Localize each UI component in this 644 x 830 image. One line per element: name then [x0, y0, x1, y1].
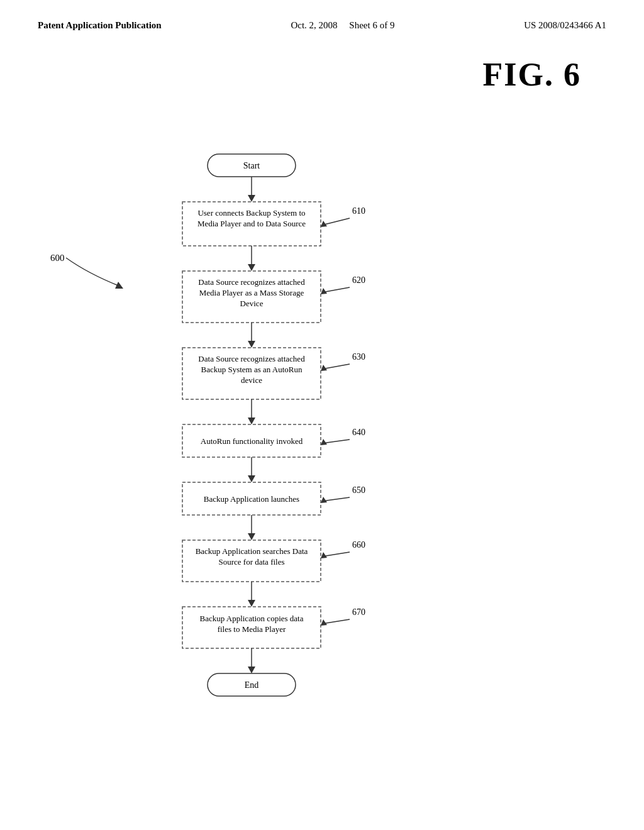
ref-640-label: 640 — [352, 428, 365, 437]
box-670-text-2: files to Media Player — [218, 624, 286, 634]
box-670-text-1: Backup Application copies data — [200, 614, 304, 623]
ref-670-arrowhead — [321, 619, 327, 626]
ref-620-arrowhead — [321, 288, 327, 294]
box-650-text: Backup Application launches — [204, 494, 299, 504]
box-660-text-1: Backup Application searches Data — [196, 546, 308, 556]
end-label: End — [245, 680, 259, 690]
ref-610-arrow — [322, 218, 350, 225]
box-620-text-3: Device — [240, 299, 264, 308]
box-610-text-2: Media Player and to Data Source — [197, 219, 306, 228]
ref-620-label: 620 — [352, 275, 365, 285]
ref-660-label: 660 — [352, 540, 365, 550]
arrowhead-start-610 — [248, 195, 255, 202]
ref-630-label: 630 — [352, 352, 365, 362]
arrowhead-650-660 — [248, 533, 255, 540]
arrowhead-660-670 — [248, 600, 255, 607]
arrowhead-670-end — [248, 667, 255, 673]
box-640-text: AutoRun functionality invoked — [201, 436, 303, 446]
date: Oct. 2, 2008 — [291, 20, 337, 30]
box-630-text-3: device — [241, 375, 262, 385]
ref-630-arrow — [322, 364, 350, 369]
ref-620-arrow — [322, 287, 350, 292]
page-header: Patent Application Publication Oct. 2, 2… — [0, 0, 644, 31]
ref-640-arrowhead — [321, 439, 327, 445]
ref-660-arrow — [322, 552, 350, 556]
box-630-text-2: Backup System as an AutoRun — [201, 365, 303, 374]
arrowhead-620-630 — [248, 341, 255, 348]
arrowhead-630-640 — [248, 418, 255, 424]
ref-660-arrowhead — [321, 552, 327, 558]
ref-610-label: 610 — [352, 206, 365, 216]
ref-640-arrow — [322, 440, 350, 443]
ref-600-label: 600 — [50, 253, 65, 263]
start-label: Start — [243, 161, 260, 170]
ref-670-arrow — [322, 619, 350, 624]
publication-label: Patent Application Publication — [38, 20, 162, 31]
ref-600-arrow — [66, 258, 119, 286]
box-660-text-2: Source for data files — [218, 557, 284, 567]
arrowhead-640-650 — [248, 475, 255, 482]
box-630-text-1: Data Source recognizes attached — [198, 354, 305, 363]
arrowhead-610-620 — [248, 264, 255, 271]
ref-650-arrow — [322, 497, 350, 501]
ref-630-arrowhead — [321, 365, 327, 371]
sheet-info: Sheet 6 of 9 — [349, 20, 394, 30]
ref-670-label: 670 — [352, 607, 365, 617]
ref-650-label: 650 — [352, 485, 365, 495]
box-620-text-1: Data Source recognizes attached — [198, 277, 305, 287]
date-sheet: Oct. 2, 2008 Sheet 6 of 9 — [291, 20, 394, 31]
ref-650-arrowhead — [321, 497, 327, 503]
flowchart-container: 600 Start User connects Backup System to… — [0, 123, 644, 814]
flowchart-svg: 600 Start User connects Backup System to… — [0, 123, 644, 814]
patent-number: US 2008/0243466 A1 — [524, 20, 606, 31]
box-620-text-2: Media Player as a Mass Storage — [199, 288, 304, 297]
box-610-text-1: User connects Backup System to — [197, 208, 305, 218]
figure-title: FIG. 6 — [0, 31, 644, 93]
